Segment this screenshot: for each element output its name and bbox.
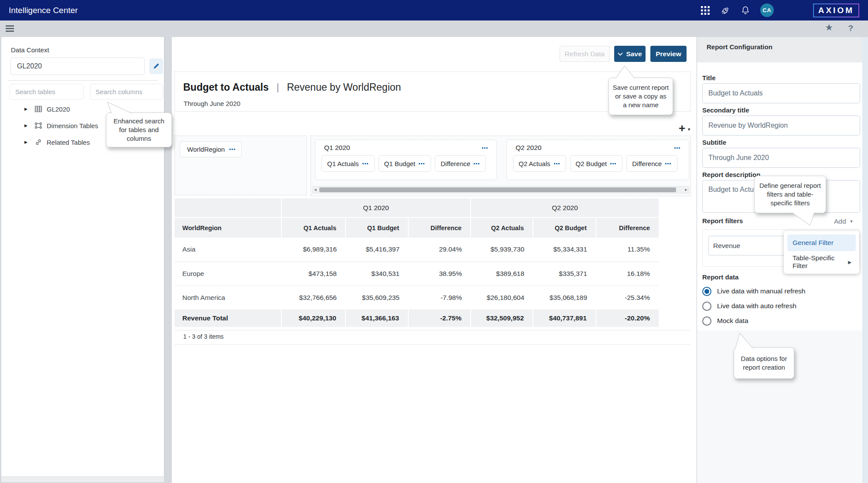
app-window: Intelligence Center — [0, 0, 868, 483]
report-data-label: Report data — [702, 273, 738, 281]
expand-caret-icon[interactable]: ▶ — [24, 123, 30, 128]
sidebar-horizontal-scrollbar[interactable] — [1, 477, 164, 482]
columns-horizontal-scrollbar[interactable]: ◄ ► — [312, 186, 689, 194]
expand-caret-icon[interactable]: ▶ — [24, 107, 30, 111]
field-menu-dots-icon[interactable] — [229, 149, 236, 150]
column-header[interactable]: Difference — [408, 218, 471, 238]
preview-button[interactable]: Preview — [650, 46, 687, 62]
value-cell: $5,334,331 — [533, 238, 596, 262]
panel-vertical-scrollbar[interactable] — [862, 37, 868, 483]
scrollbar-thumb[interactable] — [319, 187, 676, 192]
radio-button-icon[interactable] — [702, 302, 711, 311]
q2-difference-chip[interactable]: Difference — [626, 155, 677, 172]
column-header-worldregion[interactable]: WorldRegion — [174, 218, 281, 238]
radio-label: Live data with manual refresh — [717, 287, 805, 295]
save-button-label: Save — [626, 50, 642, 58]
apps-grid-icon[interactable] — [700, 5, 711, 16]
app-title: Intelligence Center — [9, 0, 78, 20]
expand-caret-icon[interactable]: ▶ — [24, 140, 30, 144]
table-footer-divider — [174, 330, 690, 330]
subtitle-field[interactable] — [702, 148, 860, 168]
total-value-cell: -20.20% — [596, 310, 659, 327]
user-avatar[interactable]: CA — [760, 3, 774, 17]
worldregion-field-chip[interactable]: WorldRegion — [180, 141, 242, 157]
region-cell: Asia — [174, 238, 281, 262]
save-button[interactable]: Save — [614, 46, 646, 62]
column-header[interactable]: Q2 Actuals — [471, 218, 533, 238]
total-value-cell: $40,737,891 — [533, 310, 596, 327]
radio-live-auto-refresh[interactable]: Live data with auto refresh — [702, 301, 796, 311]
favorite-star-icon[interactable]: ★ — [825, 22, 833, 33]
radio-button-icon[interactable] — [702, 287, 711, 296]
help-icon[interactable]: ? — [848, 24, 853, 33]
menu-item-general-filter[interactable]: General Filter — [787, 235, 856, 251]
table-group-header-q1: Q1 2020 — [281, 198, 471, 218]
q1-budget-chip[interactable]: Q1 Budget — [379, 155, 431, 172]
q1-actuals-chip[interactable]: Q1 Actuals — [321, 155, 375, 172]
chip-menu-dots-icon[interactable] — [474, 163, 480, 164]
q2-2020-column-group[interactable]: Q2 2020 Q2 Actuals Q2 Budget Difference — [506, 139, 689, 180]
radio-live-manual-refresh[interactable]: Live data with manual refresh — [702, 286, 805, 296]
bell-icon[interactable] — [740, 5, 751, 16]
dimension-tables-icon — [35, 122, 43, 129]
table-row-north-america: North America $32,766,656 $35,609,235 -7… — [174, 286, 659, 310]
group-label: Q2 2020 — [516, 144, 541, 152]
rocket-icon[interactable] — [720, 5, 731, 16]
secondary-title-field[interactable] — [702, 116, 860, 136]
column-header[interactable]: Q1 Budget — [345, 218, 408, 238]
total-value-cell: -2.75% — [408, 310, 471, 327]
total-label-cell: Revenue Total — [174, 310, 281, 327]
chip-label: Q2 Budget — [576, 160, 607, 167]
value-cell: 16.18% — [596, 262, 659, 286]
search-tooltip-pointer — [107, 102, 132, 113]
title-field[interactable] — [702, 83, 860, 103]
search-tables-input[interactable] — [10, 84, 84, 100]
chip-label: Difference — [441, 160, 470, 167]
topbar: Intelligence Center — [0, 0, 868, 20]
scroll-left-arrow-icon[interactable]: ◄ — [314, 188, 317, 192]
search-columns-input[interactable] — [90, 84, 163, 100]
total-value-cell: $32,509,952 — [471, 310, 533, 327]
q2-actuals-chip[interactable]: Q2 Actuals — [513, 155, 566, 172]
chip-menu-dots-icon[interactable] — [419, 163, 425, 164]
caret-down-icon: ▼ — [687, 127, 691, 132]
chip-menu-dots-icon[interactable] — [554, 163, 560, 164]
group-menu-dots-icon[interactable] — [674, 147, 681, 149]
axiom-logo: AXIOM — [813, 3, 859, 17]
scroll-right-arrow-icon[interactable]: ► — [684, 188, 688, 192]
chip-menu-dots-icon[interactable] — [362, 163, 369, 164]
q1-2020-column-group[interactable]: Q1 2020 Q1 Actuals Q1 Budget Difference — [315, 139, 497, 180]
radio-button-icon[interactable] — [702, 316, 711, 326]
radio-label: Live data with auto refresh — [717, 302, 796, 310]
chevron-down-icon — [618, 52, 623, 56]
data-context-input[interactable] — [10, 58, 145, 75]
caret-down-icon: ▼ — [850, 219, 854, 224]
value-cell: -25.34% — [596, 286, 659, 310]
column-header[interactable]: Q1 Actuals — [281, 218, 345, 238]
hamburger-menu-icon[interactable] — [6, 25, 14, 33]
add-filter-button[interactable]: Add ▼ — [834, 218, 854, 225]
title-field-label: Title — [702, 74, 716, 82]
menu-item-table-specific-filter[interactable]: Table-Specific Filter ▶ — [787, 254, 856, 270]
chip-menu-dots-icon[interactable] — [665, 163, 672, 164]
refresh-data-button[interactable]: Refresh Data — [560, 46, 610, 62]
group-menu-dots-icon[interactable] — [482, 147, 489, 149]
chip-menu-dots-icon[interactable] — [610, 163, 617, 164]
table-row-asia: Asia $6,989,316 $5,416,397 29.04% $5,939… — [174, 238, 659, 262]
column-header[interactable]: Difference — [596, 218, 659, 238]
chip-label: Difference — [632, 160, 662, 167]
add-column-button[interactable]: + ▼ — [679, 123, 691, 133]
region-cell: Europe — [174, 262, 281, 286]
q1-difference-chip[interactable]: Difference — [435, 155, 486, 172]
total-value-cell: $41,366,163 — [345, 310, 408, 327]
radio-mock-data[interactable]: Mock data — [702, 316, 748, 326]
edit-data-context-button[interactable] — [149, 58, 163, 74]
table-group-header-q2: Q2 2020 — [471, 198, 659, 218]
data-options-tooltip: Data options for report creation — [734, 347, 794, 379]
chip-label: Q2 Actuals — [519, 160, 550, 167]
region-cell: North America — [174, 286, 281, 310]
value-cell: $5,939,730 — [471, 238, 533, 262]
q2-budget-chip[interactable]: Q2 Budget — [570, 155, 623, 172]
group-label: Q1 2020 — [324, 144, 350, 152]
column-header[interactable]: Q2 Budget — [533, 218, 596, 238]
